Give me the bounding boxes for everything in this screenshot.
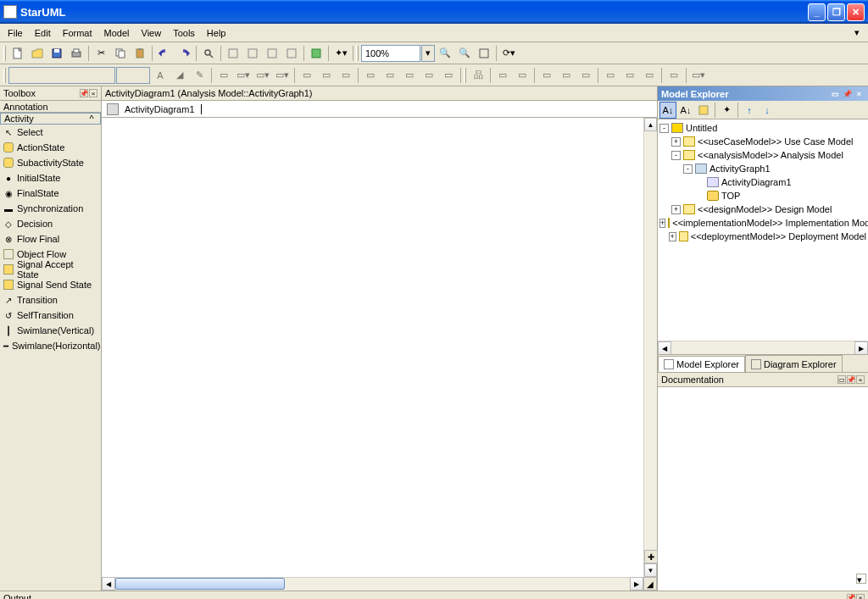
layout-btn-4[interactable]: ▭ <box>537 66 556 85</box>
cut-button[interactable]: ✂ <box>92 44 110 63</box>
close-button[interactable]: ✕ <box>847 3 865 21</box>
font-family-combo[interactable] <box>8 67 115 84</box>
section-expand-icon[interactable]: ^ <box>86 114 97 124</box>
align-btn-1[interactable]: ▭ <box>214 66 233 85</box>
redo-button[interactable] <box>175 44 193 63</box>
menu-file[interactable]: File <box>2 26 29 40</box>
tool-button-2[interactable] <box>243 44 262 63</box>
me-filter-button[interactable] <box>695 102 712 119</box>
layout-btn-6[interactable]: ▭ <box>576 66 595 85</box>
menu-tools[interactable]: Tools <box>167 26 201 40</box>
toolbox-item-finalstate[interactable]: ◉FinalState <box>0 186 101 201</box>
align-btn-3[interactable]: ▭▾ <box>253 66 272 85</box>
align-btn-4[interactable]: ▭▾ <box>273 66 292 85</box>
format-btn-2[interactable]: ▭ <box>317 66 336 85</box>
format-btn-8[interactable]: ▭ <box>439 66 458 85</box>
tree-toggle-icon[interactable]: + <box>671 137 681 147</box>
format-btn-7[interactable]: ▭ <box>420 66 438 85</box>
menu-model[interactable]: Model <box>98 26 136 40</box>
scroll-left-icon[interactable]: ◀ <box>658 341 671 355</box>
doc-pin-icon[interactable]: 📌 <box>847 375 855 384</box>
zoom-out-button[interactable]: 🔍 <box>455 44 474 63</box>
layout-btn-5[interactable]: ▭ <box>557 66 576 85</box>
new-button[interactable] <box>8 44 27 63</box>
refresh-button[interactable]: ⟳▾ <box>499 44 518 63</box>
tree-activitydiagram[interactable]: ActivityDiagram1 <box>659 175 866 189</box>
tree-implementation[interactable]: + <<implementationModel>> Implementation… <box>659 216 866 230</box>
scroll-right-icon[interactable]: ▶ <box>630 577 643 591</box>
scroll-down-icon[interactable]: ▼ <box>644 563 657 577</box>
output-pin-icon[interactable]: 📌 <box>847 594 855 600</box>
me-down-button[interactable]: ↓ <box>759 102 776 119</box>
format-btn-6[interactable]: ▭ <box>400 66 419 85</box>
tree-toggle-icon[interactable]: + <box>671 205 681 214</box>
me-up-button[interactable]: ↑ <box>741 102 758 119</box>
vscroll-track[interactable] <box>644 131 657 550</box>
menu-view[interactable]: View <box>136 26 168 40</box>
layout-btn-2[interactable]: ▭ <box>493 66 512 85</box>
tree-analysis[interactable]: - <<analysisModel>> Analysis Model <box>659 148 866 162</box>
toolbox-item-swimlaneh[interactable]: ━Swimlane(Horizontal) <box>0 338 101 353</box>
font-color-button[interactable]: A <box>151 66 170 85</box>
canvas-vscrollbar[interactable]: ▲ ✚ ▼ <box>643 118 657 577</box>
layout-btn-1[interactable]: 品 <box>469 66 487 85</box>
toolbox-item-signalsend[interactable]: Signal Send State <box>0 277 101 292</box>
toolbar-handle-2[interactable] <box>356 46 359 61</box>
tool-button-1[interactable] <box>224 44 242 63</box>
me-pin-icon[interactable]: 📌 <box>842 88 853 99</box>
output-panel-header[interactable]: Output 📌 × <box>0 591 868 599</box>
tree-top[interactable]: TOP <box>659 189 866 202</box>
format-btn-4[interactable]: ▭ <box>361 66 380 85</box>
layout-btn-10[interactable]: ▭ <box>665 66 683 85</box>
tree-toggle-icon[interactable]: - <box>671 151 681 160</box>
save-button[interactable] <box>47 44 66 63</box>
canvas-hscrollbar[interactable] <box>115 577 630 591</box>
canvas-tab-header[interactable]: ActivityDiagram1 (Analysis Model::Activi… <box>102 86 657 101</box>
format-btn-1[interactable]: ▭ <box>298 66 316 85</box>
toolbar-handle-4[interactable] <box>464 68 466 83</box>
toolbox-item-transition[interactable]: ↗Transition <box>0 292 101 308</box>
tree-toggle-icon[interactable]: - <box>683 164 693 174</box>
undo-button[interactable] <box>155 44 174 63</box>
toolbox-item-subactivitystate[interactable]: SubactivityState <box>0 155 101 170</box>
me-menu-icon[interactable]: ▭ <box>830 88 841 99</box>
align-btn-2[interactable]: ▭▾ <box>234 66 253 85</box>
toolbox-item-signalaccept[interactable]: Signal Accept State <box>0 262 101 277</box>
toolbox-item-swimlanev[interactable]: ┃Swimlane(Vertical) <box>0 323 101 338</box>
me-sort-za-button[interactable]: A↓ <box>677 102 694 119</box>
toolbox-section-annotation[interactable]: Annotation <box>0 101 101 113</box>
tool-button-3[interactable] <box>263 44 281 63</box>
me-tool-button[interactable]: ✦ <box>718 102 735 119</box>
tool-button-4[interactable] <box>282 44 301 63</box>
menu-overflow-icon[interactable]: ▾ <box>848 24 866 42</box>
toolbox-item-actionstate[interactable]: ActionState <box>0 140 101 155</box>
scroll-right-icon[interactable]: ▶ <box>854 341 868 355</box>
tree-design[interactable]: + <<designModel>> Design Model <box>659 202 866 216</box>
canvas-corner-add-icon[interactable]: ✚ <box>644 550 658 563</box>
zoom-dropdown-icon[interactable]: ▾ <box>421 45 435 62</box>
toolbox-item-synchronization[interactable]: ▬Synchronization <box>0 201 101 216</box>
documentation-body[interactable] <box>658 387 868 591</box>
format-btn-5[interactable]: ▭ <box>381 66 399 85</box>
tree-toggle-icon[interactable]: - <box>659 124 669 133</box>
me-hscrollbar[interactable]: ◀ ▶ <box>658 341 868 354</box>
maximize-button[interactable]: ❐ <box>827 3 845 21</box>
line-color-button[interactable]: ✎ <box>190 66 209 85</box>
model-explorer-tree[interactable]: - Untitled + <<useCaseModel>> Use Case M… <box>658 119 868 341</box>
toolbox-close-icon[interactable]: × <box>89 89 97 97</box>
doc-close-icon[interactable]: × <box>856 375 865 384</box>
copy-button[interactable] <box>111 44 130 63</box>
layout-btn-7[interactable]: ▭ <box>601 66 620 85</box>
menu-help[interactable]: Help <box>201 26 232 40</box>
zoom-input[interactable]: 100% <box>361 45 420 62</box>
diagram-canvas[interactable] <box>102 118 643 577</box>
tree-root[interactable]: - Untitled <box>659 121 866 135</box>
open-button[interactable] <box>28 44 47 63</box>
output-close-icon[interactable]: × <box>856 594 865 600</box>
format-btn-3[interactable]: ▭ <box>337 66 355 85</box>
print-button[interactable] <box>67 44 86 63</box>
toolbar-handle-3[interactable] <box>3 68 6 83</box>
find-button[interactable] <box>199 44 218 63</box>
doc-menu-icon[interactable]: ▭ <box>837 375 846 384</box>
layout-btn-11[interactable]: ▭▾ <box>689 66 708 85</box>
